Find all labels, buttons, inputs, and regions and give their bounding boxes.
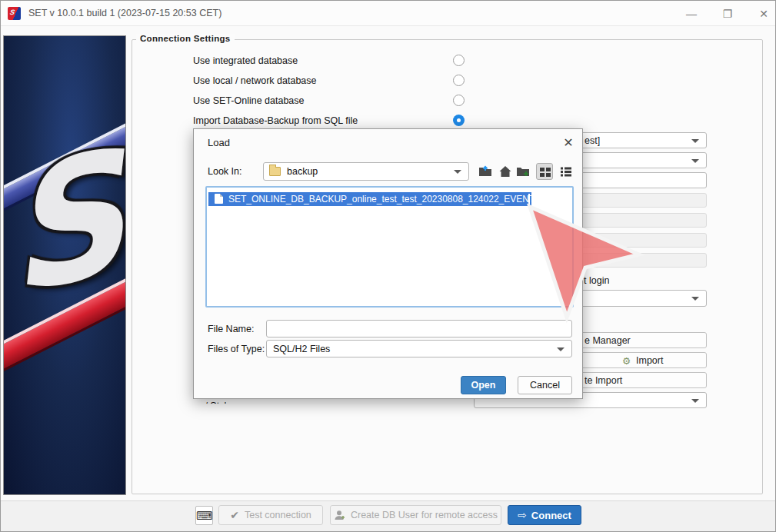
- dialog-title: Load: [208, 137, 230, 148]
- window-title: SET v 10.0.1 build 1 (2023-07-15 20:53 C…: [28, 8, 221, 18]
- maximize-button[interactable]: ❐: [716, 5, 739, 22]
- db-combo-value: est]: [584, 135, 600, 146]
- dialog-close-icon[interactable]: ✕: [558, 134, 578, 152]
- gear-icon: ⚙: [622, 355, 631, 367]
- text-caret: [528, 194, 530, 204]
- file-name-label: File Name:: [208, 324, 254, 334]
- connect-label: Connect: [531, 510, 571, 521]
- radio-set-online[interactable]: [453, 95, 465, 106]
- radio-local-network[interactable]: [453, 75, 465, 86]
- file-row-selected[interactable]: SET_ONLINE_DB_BACKUP_online_test_test_20…: [208, 192, 531, 206]
- folder-icon: [269, 167, 281, 176]
- chevron-down-icon: [691, 399, 699, 403]
- import-label: Import: [636, 355, 663, 366]
- minimize-button[interactable]: —: [680, 5, 703, 22]
- cancel-button[interactable]: Cancel: [518, 376, 572, 394]
- radio-label-set-online: Use SET-Online database: [193, 95, 305, 106]
- open-button[interactable]: Open: [461, 376, 506, 394]
- set-s-logo: S: [3, 113, 126, 333]
- radio-label-import-sql: Import Database-Backup from SQL file: [193, 115, 358, 126]
- load-dialog: Load ✕ Look In: backup SET_ONLINE_DB_BAC…: [193, 128, 583, 399]
- chevron-down-icon: [691, 139, 699, 143]
- bottom-action-bar: ⌨ ✔ Test connection Create DB User for r…: [1, 500, 775, 532]
- file-name-input[interactable]: [266, 320, 572, 337]
- test-connection-label: Test connection: [245, 510, 311, 520]
- group-title: Connection Settings: [136, 34, 235, 43]
- chevron-down-icon: [691, 159, 699, 163]
- look-in-combo[interactable]: backup: [263, 162, 469, 181]
- radio-integrated[interactable]: [453, 55, 465, 66]
- delete-import-label: te Import: [584, 375, 622, 386]
- app-logo-icon: [8, 7, 21, 20]
- file-name: SET_ONLINE_DB_BACKUP_online_test_test_20…: [228, 192, 565, 206]
- keyboard-icon: ⌨: [196, 509, 213, 522]
- create-db-user-button[interactable]: Create DB User for remote access: [330, 505, 501, 525]
- radio-import-sql[interactable]: [453, 115, 465, 126]
- checkmark-icon: ✔: [230, 509, 239, 521]
- chevron-down-icon: [454, 170, 461, 174]
- files-of-type-label: Files of Type:: [208, 344, 265, 354]
- title-bar: SET v 10.0.1 build 1 (2023-07-15 20:53 C…: [1, 1, 775, 26]
- brand-sidebar-image: S: [3, 35, 126, 495]
- right-arrow-icon: ⇨: [518, 509, 527, 521]
- files-of-type-combo[interactable]: SQL/H2 Files: [266, 340, 572, 357]
- look-in-value: backup: [287, 166, 318, 177]
- chevron-down-icon: [557, 347, 565, 351]
- file-list[interactable]: SET_ONLINE_DB_BACKUP_online_test_test_20…: [205, 186, 574, 308]
- folder-up-icon[interactable]: [477, 163, 494, 180]
- user-icon: [334, 510, 345, 521]
- radio-label-local-network: Use local / network database: [193, 75, 317, 86]
- grid-view-icon[interactable]: [536, 163, 553, 180]
- files-of-type-value: SQL/H2 Files: [273, 344, 330, 354]
- new-folder-icon[interactable]: [515, 163, 531, 180]
- style-label-partial: n / Style: [197, 398, 251, 404]
- connect-button[interactable]: ⇨ Connect: [508, 505, 581, 525]
- keyboard-button[interactable]: ⌨: [195, 506, 213, 525]
- home-icon[interactable]: [497, 163, 514, 180]
- database-manager-label: e Manager: [584, 335, 631, 346]
- test-connection-button[interactable]: ✔ Test connection: [218, 505, 323, 525]
- create-db-user-label: Create DB User for remote access: [351, 510, 498, 520]
- close-button[interactable]: ✕: [752, 5, 775, 22]
- radio-label-integrated: Use integrated database: [193, 55, 298, 66]
- file-icon: [215, 194, 223, 204]
- chevron-down-icon: [691, 297, 699, 301]
- login-label-partial: t login: [584, 275, 609, 286]
- list-view-icon[interactable]: [558, 163, 575, 180]
- look-in-label: Look In:: [208, 166, 241, 177]
